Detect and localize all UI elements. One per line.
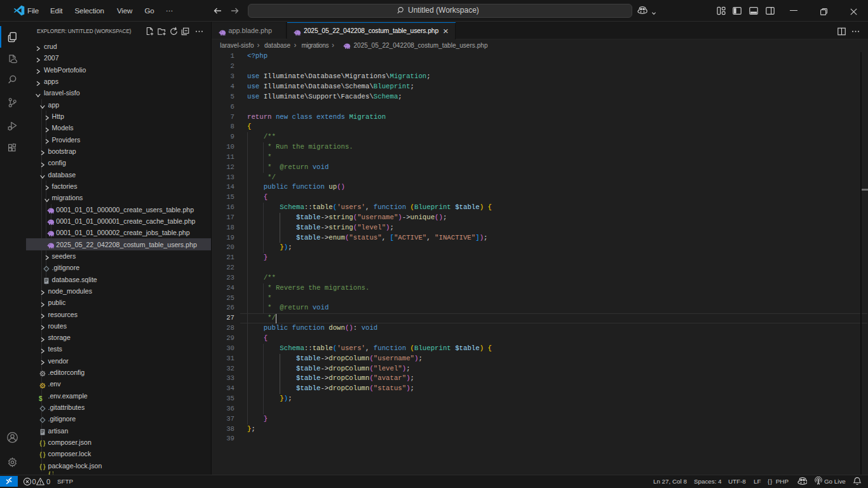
svg-text:0: 0 <box>46 478 50 485</box>
svg-text:0: 0 <box>32 478 36 485</box>
